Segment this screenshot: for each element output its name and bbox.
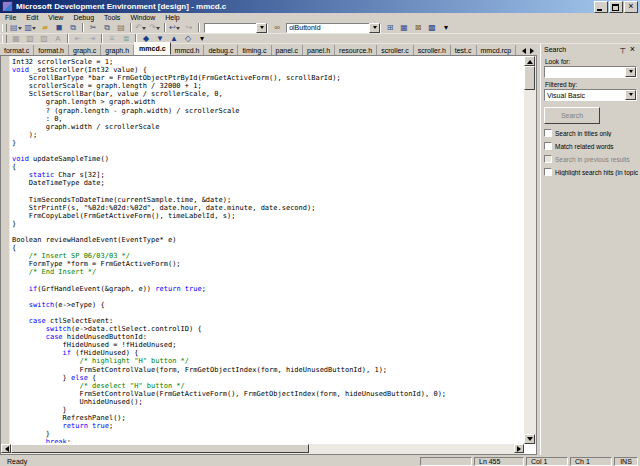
code-text bbox=[12, 301, 29, 309]
vertical-scrollbar[interactable] bbox=[524, 56, 536, 444]
menu-help[interactable]: Help bbox=[160, 14, 184, 21]
toolbox-icon[interactable]: ⊠ bbox=[411, 22, 425, 33]
scroll-left-button[interactable] bbox=[1, 444, 11, 453]
find-icon[interactable]: ∞ bbox=[270, 22, 284, 33]
copy-icon[interactable]: ⧉ bbox=[100, 22, 114, 33]
paste-icon[interactable]: ▤ bbox=[114, 22, 128, 33]
toolbar-options-icon[interactable]: ▾ bbox=[439, 22, 453, 33]
checkbox-icon[interactable] bbox=[544, 129, 552, 137]
toolbar-grip[interactable] bbox=[2, 24, 7, 32]
checkbox-icon[interactable] bbox=[544, 142, 552, 150]
tab-debug-c[interactable]: debug.c bbox=[204, 45, 238, 55]
scroll-down-button[interactable] bbox=[524, 434, 535, 444]
tab-scroller-c[interactable]: scroller.c bbox=[377, 45, 414, 55]
navigate-forward-icon[interactable]: ↪ bbox=[182, 22, 196, 33]
tab-mmcd-rcp[interactable]: mmcd.rcp bbox=[477, 45, 517, 55]
code-text bbox=[12, 171, 29, 179]
code-editor[interactable]: Int32 scrollerScale = 1;void _setScrolle… bbox=[0, 55, 537, 455]
code-text bbox=[12, 349, 63, 357]
scroll-up-button[interactable] bbox=[524, 56, 535, 66]
align-to-grid-icon[interactable]: ▦ bbox=[9, 33, 23, 44]
add-item-icon[interactable]: ▥ bbox=[24, 22, 39, 33]
dropdown-button[interactable] bbox=[369, 23, 380, 33]
previous-bookmark-icon: ▲ bbox=[170, 35, 178, 43]
save-all-icon[interactable]: ⧉ bbox=[66, 22, 80, 33]
search-panel-close-button[interactable] bbox=[628, 45, 637, 54]
decrease-indent-icon[interactable]: ⇤ bbox=[71, 33, 85, 44]
toolbar-grip[interactable] bbox=[2, 35, 7, 43]
pushpin-button[interactable] bbox=[618, 45, 627, 54]
properties-window-icon[interactable]: ▦ bbox=[397, 22, 411, 33]
cut-icon[interactable]: ✂ bbox=[86, 22, 100, 33]
vertical-scroll-thumb[interactable] bbox=[524, 66, 535, 90]
increase-indent-icon[interactable]: ⇥ bbox=[85, 33, 99, 44]
uncomment-block-icon[interactable]: ≣ bbox=[119, 33, 133, 44]
tab-scroller-h[interactable]: scroller.h bbox=[414, 45, 451, 55]
menu-edit[interactable]: Edit bbox=[21, 14, 43, 21]
tab-graph-c[interactable]: graph.c bbox=[69, 45, 101, 55]
member-combo[interactable] bbox=[204, 23, 268, 33]
font-size-icon[interactable]: A bbox=[51, 33, 65, 44]
horizontal-scroll-thumb[interactable] bbox=[11, 444, 309, 453]
tab-graph-h[interactable]: graph.h bbox=[101, 45, 134, 55]
open-file-icon[interactable]: ▰ bbox=[38, 22, 52, 33]
look-for-combo[interactable] bbox=[544, 66, 637, 78]
save-icon[interactable]: ◼ bbox=[52, 22, 66, 33]
selection-margin[interactable] bbox=[1, 56, 10, 444]
code-text: (e->eType) { bbox=[54, 301, 105, 309]
snap-to-grid-icon[interactable]: ▧ bbox=[23, 33, 37, 44]
toolbar-options-icon[interactable]: ▾ bbox=[195, 33, 209, 44]
code-line: Boolean reviewHandleEvent(EventType* e) bbox=[12, 236, 523, 244]
code-line: if (fHideUnused) { bbox=[12, 349, 523, 357]
new-project-icon[interactable]: ▤ bbox=[9, 22, 24, 33]
clear-bookmarks-icon[interactable]: ◇ bbox=[181, 33, 195, 44]
uncomment-block-icon: ≣ bbox=[123, 35, 130, 43]
code-text[interactable]: Int32 scrollerScale = 1;void _setScrolle… bbox=[12, 58, 523, 443]
code-line: { bbox=[12, 163, 523, 171]
menu-view[interactable]: View bbox=[43, 14, 68, 21]
dropdown-button[interactable] bbox=[256, 23, 267, 33]
undo-icon[interactable]: ↶ bbox=[134, 22, 148, 33]
class-view-icon[interactable]: ▩ bbox=[425, 22, 439, 33]
checkbox-search-in-titles-only[interactable]: Search in titles only bbox=[544, 129, 638, 137]
code-text: } bbox=[12, 220, 16, 228]
filtered-by-combo[interactable]: Visual Basic bbox=[544, 89, 637, 101]
horizontal-scrollbar[interactable] bbox=[1, 444, 524, 454]
scroll-tabs-left-button[interactable] bbox=[517, 46, 527, 55]
tab-panel-h[interactable]: panel.h bbox=[303, 45, 335, 55]
code-line: Int32 scrollerScale = 1; bbox=[12, 58, 523, 66]
tab-test-c[interactable]: test.c bbox=[451, 45, 477, 55]
tab-resource-h[interactable]: resource.h bbox=[335, 45, 377, 55]
show-grid-icon[interactable]: ▨ bbox=[37, 33, 51, 44]
search-button[interactable]: Search bbox=[544, 107, 600, 124]
checkbox-highlight-search-hits-in-topics[interactable]: Highlight search hits (in topics) bbox=[544, 168, 638, 176]
tab-mmcd-c[interactable]: mmcd.c bbox=[134, 42, 170, 55]
minimize-button[interactable] bbox=[594, 1, 608, 13]
code-line: switch(e->data.ctlSelect.controlID) { bbox=[12, 325, 523, 333]
comment-block-icon[interactable]: ≡ bbox=[105, 33, 119, 44]
tab-panel-c[interactable]: panel.c bbox=[272, 45, 304, 55]
code-text: StrPrintF(s, "%02d:%02d:%02d", date.hour… bbox=[12, 204, 315, 212]
menu-debug[interactable]: Debug bbox=[68, 14, 99, 21]
checkbox-icon[interactable] bbox=[544, 168, 552, 176]
menu-tools[interactable]: Tools bbox=[99, 14, 125, 21]
code-text: ? (graph.length - graph.width) / scrolle… bbox=[12, 107, 240, 115]
checkbox-match-related-words[interactable]: Match related words bbox=[544, 142, 638, 150]
tab-format-h[interactable]: format.h bbox=[34, 45, 69, 55]
solution-explorer-icon[interactable]: ⊞ bbox=[383, 22, 397, 33]
tab-timing-c[interactable]: timing.c bbox=[238, 45, 271, 55]
dropdown-button[interactable] bbox=[625, 67, 636, 77]
close-button[interactable] bbox=[624, 1, 638, 13]
redo-icon[interactable]: ↷ bbox=[148, 22, 162, 33]
tab-format-c[interactable]: format.c bbox=[0, 45, 34, 55]
menu-window[interactable]: Window bbox=[125, 14, 160, 21]
scroll-right-button[interactable] bbox=[514, 444, 524, 453]
increase-indent-icon: ⇥ bbox=[89, 35, 96, 43]
dropdown-button[interactable] bbox=[625, 90, 636, 100]
menu-file[interactable]: File bbox=[0, 14, 21, 21]
tab-mmcd-h[interactable]: mmcd.h bbox=[171, 45, 205, 55]
navigate-back-icon[interactable]: ↩ bbox=[168, 22, 182, 33]
restore-button[interactable] bbox=[609, 1, 623, 13]
search-options: Search in titles onlyMatch related words… bbox=[541, 129, 640, 176]
find-combo[interactable]: olButtonId bbox=[286, 23, 381, 33]
